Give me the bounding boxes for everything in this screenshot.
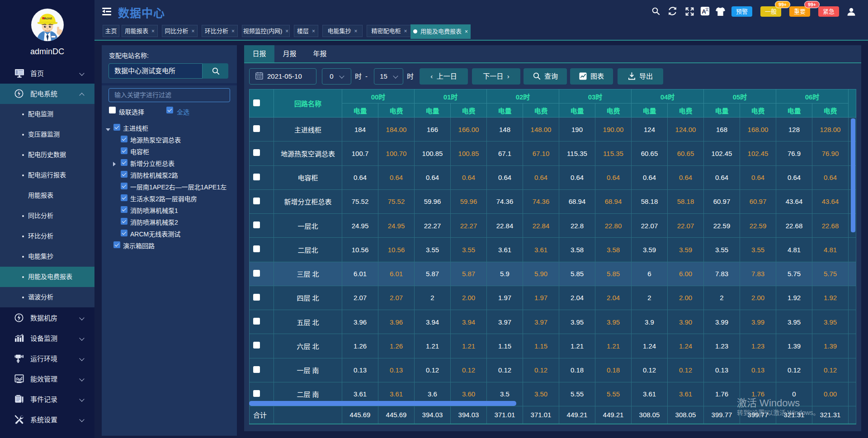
svg-text:Acrel: Acrel — [44, 16, 52, 20]
svg-text:文: 文 — [705, 7, 709, 12]
